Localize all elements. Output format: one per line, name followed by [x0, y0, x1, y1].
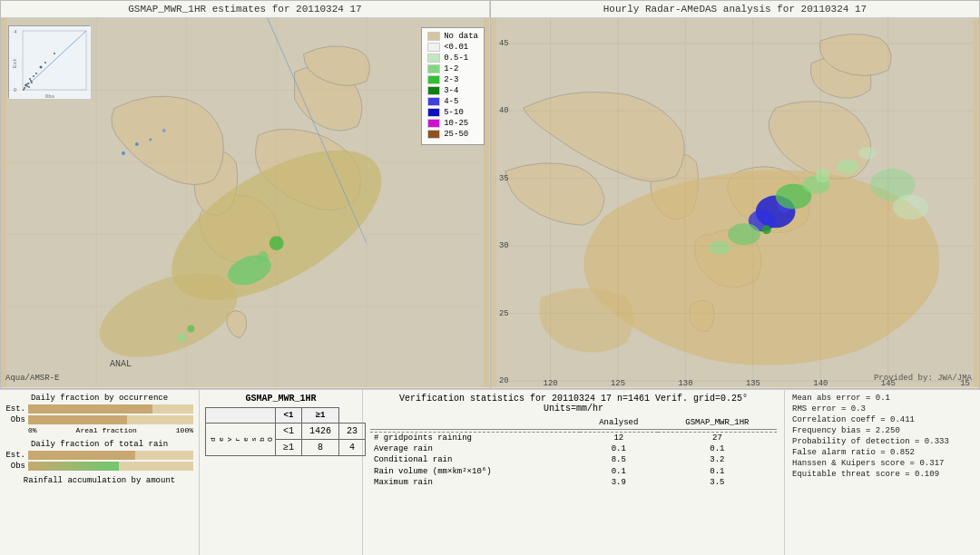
rain-fraction-chart: Est. Obs [5, 451, 193, 471]
metric-false-alarm: False alarm ratio = 0.852 [792, 448, 973, 457]
cell-lt1-ge1: 23 [339, 424, 366, 440]
cell-ge1-lt1: 8 [302, 440, 339, 456]
legend-color-10-25 [427, 119, 440, 128]
verif-row-condrain: Conditional rain 8.5 3.2 [370, 454, 777, 465]
svg-text:45: 45 [499, 39, 509, 48]
rain-fraction-title: Daily fraction of total rain [5, 440, 193, 449]
metric-hanssen-kuipers: Hanssen & Kuipers score = 0.317 [792, 459, 973, 468]
svg-text:30: 30 [499, 241, 509, 250]
bar-axis: 0% Areal fraction 100% [5, 426, 193, 434]
verif-title: Verification statistics for 20110324 17 … [370, 394, 777, 414]
main-container: GSMAP_MWR_1HR estimates for 20110324 17 [0, 0, 980, 555]
verif-col-gsmap: GSMAP_MWR_1HR [658, 417, 777, 430]
cell-ge1-ge1: 4 [339, 440, 366, 456]
verif-blank-header [370, 417, 580, 430]
legend-05-1: 0.5-1 [427, 54, 478, 63]
verif-val1-gridpoints: 12 [580, 433, 658, 444]
metric-rms: RMS error = 0.3 [792, 404, 973, 414]
legend-label-10-25: 10-25 [444, 119, 468, 128]
verif-table: Analysed GSMAP_MWR_1HR # gridpoints rain… [370, 417, 777, 488]
right-map-title: Hourly Radar-AMeDAS analysis for 2011032… [491, 1, 979, 18]
verif-val2-volume: 0.1 [658, 465, 777, 477]
legend-25-50: 25-50 [427, 130, 478, 139]
legend-panel: No data <0.01 0.5-1 1-2 [421, 27, 485, 145]
fraction-occurrence-chart: Est. Obs 0% Areal fraction 100% [5, 404, 193, 434]
svg-point-30 [122, 151, 125, 155]
verif-label-volume: Rain volume (mm×km²×10⁶) [370, 465, 580, 477]
est-rain-container [28, 451, 193, 460]
obs-rain-fill [28, 462, 119, 471]
svg-text:135: 135 [746, 379, 760, 387]
svg-point-56 [893, 195, 929, 220]
est-bar-fill [28, 404, 152, 414]
svg-point-33 [162, 129, 166, 132]
contingency-label-lt1: <1 [276, 424, 302, 440]
metric-freq-bias: Frequency bias = 2.250 [792, 426, 973, 435]
axis-label: Areal fraction [76, 426, 137, 434]
verif-val1-avgrain: 0.1 [580, 443, 658, 454]
cell-lt1-lt1: 1426 [302, 424, 339, 440]
obs-bar-fill [28, 415, 127, 424]
verif-val1-volume: 0.1 [580, 465, 658, 477]
obs-rain-label: Obs [5, 462, 25, 471]
legend-color-2-3 [427, 75, 440, 84]
svg-text:40: 40 [499, 106, 509, 115]
legend-5-10: 5-10 [427, 108, 478, 117]
est-rain-label: Est. [5, 451, 25, 460]
fraction-occurrence-title: Daily fraction by occurrence [5, 394, 193, 403]
obs-bar-row: Obs [5, 415, 193, 424]
right-map-svg: 45 40 35 30 25 20 120 125 130 135 140 14… [491, 18, 979, 387]
obs-rain-bar-row: Obs [5, 462, 193, 471]
aqua-label: Aqua/AMSR-E [5, 374, 59, 383]
bottom-row: Daily fraction by occurrence Est. Obs 0% [0, 390, 980, 555]
verif-row-maxrain: Maximum rain 3.9 3.5 [370, 477, 777, 488]
legend-color-nodata [427, 32, 440, 41]
legend-color-5-10 [427, 108, 440, 117]
est-rain-bar-row: Est. [5, 451, 193, 460]
map-attribution: Provided by: JWA/JMA [874, 374, 972, 383]
verif-val2-avgrain: 0.1 [658, 443, 777, 454]
metric-mean-abs: Mean abs error = 0.1 [792, 394, 973, 403]
legend-color-1-2 [427, 64, 440, 73]
est-bar-container [28, 404, 193, 414]
obs-rain-container [28, 462, 193, 471]
svg-point-53 [837, 160, 858, 174]
contingency-col-lt1: <1 [276, 408, 302, 424]
legend-4-5: 4-5 [427, 97, 478, 106]
svg-text:25: 25 [499, 309, 509, 318]
obs-vertical-label: Observed [206, 424, 276, 456]
svg-text:130: 130 [678, 379, 692, 387]
svg-text:20: 20 [499, 376, 509, 385]
legend-color-05-1 [427, 54, 440, 63]
verif-row-avgrain: Average rain 0.1 0.1 [370, 443, 777, 454]
svg-text:140: 140 [813, 379, 828, 387]
contingency-row-lt1: Observed <1 1426 23 [206, 424, 366, 440]
legend-color-25-50 [427, 130, 440, 139]
legend-label-lt001: <0.01 [444, 43, 468, 52]
legend-2-3: 2-3 [427, 75, 478, 84]
est-bar-row: Est. [5, 404, 193, 414]
legend-label-3-4: 3-4 [444, 86, 458, 95]
contingency-section: GSMAP_MWR_1HR <1 ≥1 Observed <1 1426 23 … [200, 390, 363, 555]
left-map-panel: GSMAP_MWR_1HR estimates for 20110324 17 [0, 0, 490, 389]
svg-point-47 [762, 225, 771, 234]
verif-label-gridpoints: # gridpoints raining [370, 433, 580, 444]
verif-val1-condrain: 8.5 [580, 454, 658, 465]
verif-col-analysed: Analysed [580, 417, 658, 430]
legend-label-2-3: 2-3 [444, 75, 458, 84]
left-map-bg: 0 4 Est Obs [1, 18, 489, 387]
legend-label-5-10: 5-10 [444, 108, 464, 117]
contingency-col-ge1: ≥1 [302, 408, 339, 424]
contingency-table: <1 ≥1 Observed <1 1426 23 ≥1 8 4 [205, 407, 366, 456]
metric-prob-detection: Probability of detection = 0.333 [792, 437, 973, 446]
legend-lt001: <0.01 [427, 43, 478, 52]
legend-label-05-1: 0.5-1 [444, 54, 468, 63]
rainfall-title: Rainfall accumulation by amount [5, 476, 193, 485]
est-rain-fill [28, 451, 135, 460]
svg-point-27 [258, 251, 269, 262]
contingency-header: <1 ≥1 [206, 408, 366, 424]
verif-stats: Verification statistics for 20110324 17 … [363, 390, 785, 555]
left-map-svg [1, 18, 489, 387]
verif-label-maxrain: Maximum rain [370, 477, 580, 488]
legend-label-nodata: No data [444, 32, 478, 41]
